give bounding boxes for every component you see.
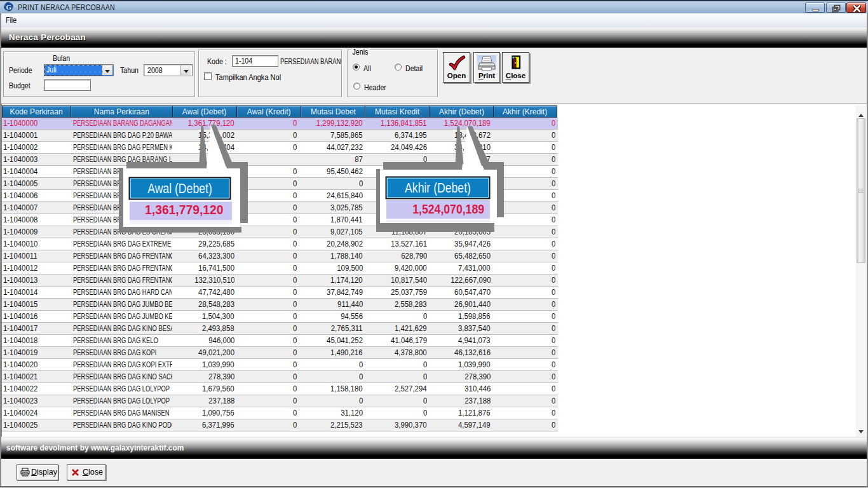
svg-text:Akhir (Debet): Akhir (Debet) bbox=[405, 180, 471, 195]
svg-text:1,361,779,120: 1,361,779,120 bbox=[145, 203, 223, 217]
svg-text:1,524,070,189: 1,524,070,189 bbox=[412, 201, 484, 217]
svg-text:Awal (Debet): Awal (Debet) bbox=[147, 180, 212, 196]
